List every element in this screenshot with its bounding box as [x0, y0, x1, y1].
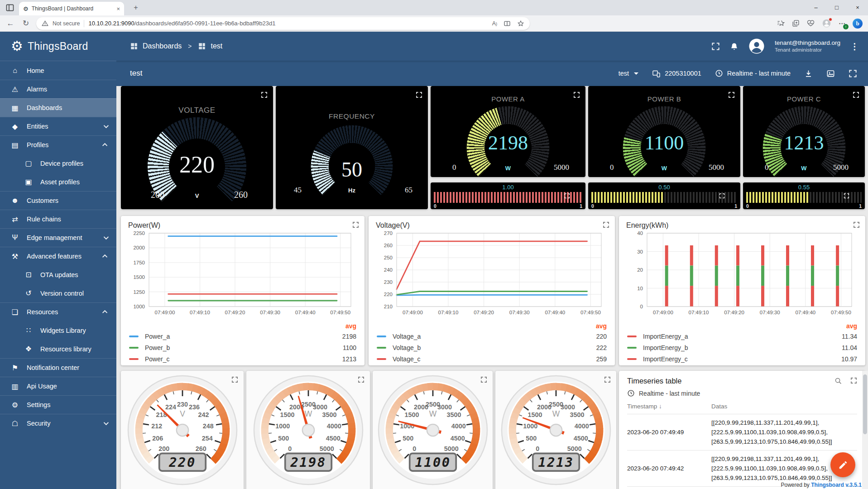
fullscreen-icon[interactable]: [853, 91, 859, 98]
window-minimize-button[interactable]: –: [806, 0, 826, 15]
device-id: 2205310001: [665, 70, 701, 77]
fullscreen-icon[interactable]: [573, 91, 580, 98]
kebab-menu-icon[interactable]: ⋮: [850, 41, 859, 52]
sidebar-item-asset-profiles[interactable]: ▣Asset profiles: [0, 173, 116, 191]
legend-item[interactable]: Power_a2198: [129, 331, 356, 342]
sidebar-item-edge-management[interactable]: ΨEdge management: [0, 228, 116, 247]
screenshot-image-icon[interactable]: [826, 69, 835, 78]
fullscreen-icon[interactable]: [352, 221, 359, 228]
favorite-star-icon[interactable]: [517, 20, 524, 27]
browser-tab[interactable]: ⚙ ThingsBoard | Dashboard ×: [19, 2, 124, 15]
notifications-bell-icon[interactable]: [730, 42, 739, 51]
table-timewindow[interactable]: Realtime - last minute: [627, 389, 857, 397]
fullscreen-dashboard-icon[interactable]: [849, 69, 857, 78]
legend-item[interactable]: Voltage_c259: [377, 353, 607, 364]
chevron-down-icon[interactable]: [104, 123, 109, 128]
legend-item[interactable]: Power_c1213: [129, 353, 356, 364]
fullscreen-icon[interactable]: [231, 376, 238, 383]
fullscreen-icon[interactable]: [603, 221, 609, 228]
sidebar-item-ota-updates[interactable]: ⊡OTA updates: [0, 265, 116, 284]
edit-dashboard-fab[interactable]: [830, 452, 855, 477]
chevron-up-icon[interactable]: [102, 310, 107, 315]
browser-menu-icon[interactable]: ⋯↑: [839, 19, 845, 28]
split-screen-icon[interactable]: [504, 20, 511, 27]
browser-profile-avatar[interactable]: [822, 19, 831, 28]
timewindow-button[interactable]: Realtime - last minute: [715, 69, 791, 77]
sidebar-item-customers[interactable]: ☻Customers: [0, 191, 116, 210]
fullscreen-icon[interactable]: [850, 377, 857, 384]
gauge-value: 220: [121, 151, 273, 178]
chevron-down-icon[interactable]: [104, 235, 109, 240]
voltage-chart-plot[interactable]: 21022023024025026027007:49:0007:49:1007:…: [376, 230, 608, 320]
search-icon[interactable]: [834, 377, 842, 385]
window-maximize-button[interactable]: □: [826, 0, 847, 15]
legend-item[interactable]: Power_b1100: [129, 342, 356, 353]
chevron-up-icon[interactable]: [102, 143, 107, 148]
sidebar-item-advanced-features[interactable]: ⚒Advanced features: [0, 247, 116, 265]
breadcrumb-dashboards[interactable]: Dashboards: [143, 42, 182, 50]
sidebar-item-notification-center[interactable]: ⚑Notification center: [0, 358, 116, 377]
thingsboard-logo[interactable]: ⚙ ThingsBoard: [0, 32, 116, 61]
sidebar-item-home[interactable]: ⌂Home: [0, 61, 116, 80]
fullscreen-icon[interactable]: [728, 91, 735, 98]
sidebar-item-resources[interactable]: ❏Resources: [0, 302, 116, 321]
fullscreen-icon[interactable]: [711, 42, 720, 51]
fullscreen-icon[interactable]: [416, 91, 422, 98]
fullscreen-icon[interactable]: [480, 376, 487, 383]
chevron-up-icon[interactable]: [102, 254, 107, 259]
fullscreen-icon[interactable]: [844, 193, 849, 199]
fullscreen-icon[interactable]: [853, 221, 860, 228]
thingsboard-version-link[interactable]: Thingsboard v.3.5.1: [811, 482, 862, 488]
url-text[interactable]: 10.10.20.21:9090/dashboards/ed6fa950-099…: [88, 20, 488, 27]
legend-item[interactable]: ImportEnergy_c10.97: [627, 353, 857, 364]
column-datas[interactable]: Datas: [711, 403, 727, 410]
power-chart-plot[interactable]: 10001250150017502000225007:49:0007:49:10…: [128, 230, 357, 320]
favorites-hub-icon[interactable]: [777, 19, 785, 27]
column-timestamp[interactable]: Timestamp ↓: [627, 403, 711, 410]
sidebar-item-version-control[interactable]: ↺Version control: [0, 284, 116, 302]
fullscreen-icon[interactable]: [719, 193, 725, 199]
new-tab-button[interactable]: +: [130, 2, 141, 13]
sidebar-item-rule-chains[interactable]: ⇄Rule chains: [0, 210, 116, 228]
sidebar-item-api-usage[interactable]: ▥Api Usage: [0, 377, 116, 395]
table-scrollbar[interactable]: [862, 371, 868, 489]
back-icon[interactable]: ←: [5, 19, 15, 27]
refresh-icon[interactable]: ↻: [21, 19, 31, 27]
tab-close-icon[interactable]: ×: [116, 5, 120, 12]
sidebar-item-dashboards[interactable]: ▦Dashboards: [0, 98, 116, 117]
fullscreen-icon[interactable]: [604, 376, 611, 383]
tab-actions-icon[interactable]: [5, 3, 14, 12]
not-secure-label[interactable]: Not secure: [53, 20, 80, 27]
sidebar-item-settings[interactable]: ⚙Settings: [0, 395, 116, 414]
sidebar-item-resources-library[interactable]: ❖Resources library: [0, 340, 116, 358]
legend-item[interactable]: Voltage_a220: [377, 331, 607, 342]
sidebar-item-alarms[interactable]: ⚠Alarms: [0, 80, 116, 98]
browser-essentials-icon[interactable]: [807, 19, 815, 27]
user-avatar[interactable]: [748, 38, 765, 54]
not-secure-warning-icon[interactable]: [42, 20, 48, 27]
sidebar-item-profiles[interactable]: ▤Profiles: [0, 135, 116, 154]
sidebar-item-widgets-library[interactable]: ∷Widgets Library: [0, 321, 116, 340]
fullscreen-icon[interactable]: [261, 91, 268, 98]
sidebar-item-entities[interactable]: ◆Entities: [0, 117, 116, 135]
legend-item[interactable]: Voltage_b222: [377, 342, 607, 353]
address-bar[interactable]: Not secure 10.10.20.21:9090/dashboards/e…: [36, 17, 530, 30]
sidebar-item-device-profiles[interactable]: ▢Device profiles: [0, 154, 116, 173]
collections-icon[interactable]: [792, 19, 800, 27]
energy-chart-plot[interactable]: 01020304007:49:0007:49:1007:49:2007:49:3…: [626, 230, 858, 320]
chevron-down-icon[interactable]: [104, 420, 109, 425]
scrollbar-thumb[interactable]: [863, 374, 867, 434]
fullscreen-icon[interactable]: [564, 193, 570, 199]
sidebar-item-security[interactable]: ☖Security: [0, 414, 116, 432]
fullscreen-icon[interactable]: [358, 376, 364, 383]
legend-item[interactable]: ImportEnergy_a11.34: [627, 331, 857, 342]
breadcrumb-current[interactable]: test: [211, 42, 222, 50]
bing-icon[interactable]: b: [853, 19, 863, 29]
user-info[interactable]: tenant@thingsboard.org Tenant administra…: [775, 39, 840, 53]
window-close-button[interactable]: ×: [847, 0, 868, 15]
read-aloud-icon[interactable]: A): [492, 20, 497, 27]
legend-item[interactable]: ImportEnergy_b11.04: [627, 342, 857, 353]
device-selector[interactable]: 2205310001: [652, 69, 701, 78]
export-download-icon[interactable]: [804, 69, 813, 78]
entity-select[interactable]: test: [619, 70, 638, 77]
